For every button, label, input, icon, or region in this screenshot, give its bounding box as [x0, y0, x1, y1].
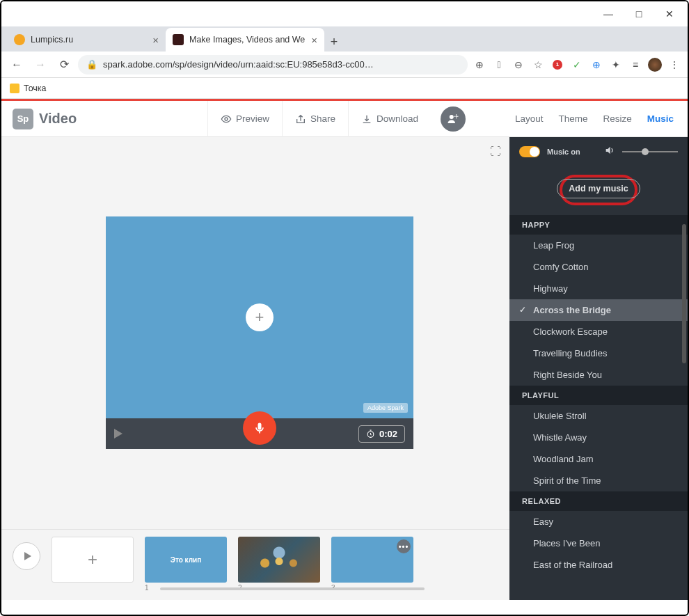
music-toggle[interactable]: [519, 146, 540, 157]
track-item[interactable]: Across the Bridge: [509, 299, 688, 321]
app-logo-badge: Sp: [13, 109, 33, 129]
tab-title: Make Images, Videos and Web S: [189, 35, 306, 45]
watermark: Adobe Spark: [363, 403, 408, 413]
ext-check-icon[interactable]: ✓: [569, 57, 585, 72]
slide-thumb-2[interactable]: [238, 537, 320, 583]
track-item[interactable]: East of the Railroad: [509, 554, 688, 576]
svg-point-0: [225, 118, 228, 120]
ext-globe-icon[interactable]: ⊕: [589, 57, 604, 72]
new-tab-button[interactable]: +: [324, 32, 344, 52]
volume-icon[interactable]: [604, 145, 615, 159]
track-item[interactable]: Clockwork Escape: [509, 321, 688, 342]
category-playful: PLAYFUL: [509, 386, 688, 405]
folder-icon: [10, 84, 19, 93]
music-on-label: Music on: [547, 148, 580, 156]
app-logo-text: Video: [39, 111, 77, 127]
track-item[interactable]: Easy: [509, 511, 688, 532]
close-icon[interactable]: ×: [311, 34, 317, 46]
music-panel: Music on Add my music HAPPY Leap Frog Co…: [509, 137, 688, 600]
download-button[interactable]: Download: [348, 101, 431, 137]
window-close[interactable]: ✕: [654, 1, 685, 26]
track-item[interactable]: Right Beside You: [509, 364, 688, 386]
svg-point-2: [455, 116, 457, 117]
video-preview: + Adobe Spark 0:02: [106, 216, 413, 449]
track-item[interactable]: Leap Frog: [509, 235, 688, 256]
canvas-area: ⛶ + Adobe Spark 0:02: [1, 137, 509, 600]
record-mic-button[interactable]: [243, 411, 276, 445]
video-frame[interactable]: + Adobe Spark: [106, 216, 413, 418]
timeline: + Это клип 1 2 ••• 3: [1, 529, 509, 592]
window-minimize[interactable]: —: [593, 1, 624, 26]
volume-slider[interactable]: [622, 151, 678, 152]
track-item[interactable]: Highway: [509, 278, 688, 299]
lock-icon: 🔒: [86, 59, 97, 70]
browser-tabbar: Lumpics.ru × Make Images, Videos and Web…: [1, 26, 688, 52]
translate-icon[interactable]: 🊐: [491, 57, 507, 72]
add-slide-button[interactable]: +: [52, 537, 134, 583]
slide-menu-icon[interactable]: •••: [397, 539, 411, 553]
reading-list-icon[interactable]: ≡: [628, 57, 643, 72]
tab-resize[interactable]: Resize: [603, 113, 631, 124]
track-item[interactable]: Whistle Away: [509, 427, 688, 448]
timeline-scrollbar[interactable]: [160, 587, 425, 590]
bookmarks-bar: Точка: [1, 78, 688, 99]
extensions-icon[interactable]: ✦: [608, 57, 624, 72]
address-bar: ← → ⟳ 🔒 spark.adobe.com/sp/design/video/…: [1, 52, 688, 78]
track-item[interactable]: Comfy Cotton: [509, 256, 688, 278]
category-relaxed: RELAXED: [509, 491, 688, 511]
play-icon[interactable]: [114, 429, 122, 439]
tab-theme[interactable]: Theme: [558, 113, 587, 124]
fullscreen-icon[interactable]: ⛶: [490, 145, 501, 158]
tab-layout[interactable]: Layout: [515, 113, 544, 124]
back-button[interactable]: ←: [7, 55, 26, 74]
favicon-lumpics: [14, 34, 25, 45]
profile-avatar[interactable]: [647, 57, 663, 72]
track-list[interactable]: HAPPY Leap Frog Comfy Cotton Highway Acr…: [509, 215, 688, 600]
close-icon[interactable]: ×: [152, 34, 159, 46]
menu-icon[interactable]: ⋮: [667, 57, 682, 72]
tab-lumpics[interactable]: Lumpics.ru ×: [7, 28, 166, 52]
zoom-icon[interactable]: ⊖: [511, 57, 526, 72]
track-item[interactable]: Travelling Buddies: [509, 342, 688, 364]
tab-spark[interactable]: Make Images, Videos and Web S ×: [166, 28, 324, 52]
install-icon[interactable]: ⊕: [472, 57, 487, 72]
video-controls: 0:02: [106, 418, 413, 449]
track-item[interactable]: Woodland Jam: [509, 448, 688, 470]
reload-button[interactable]: ⟳: [54, 55, 74, 74]
duration-badge[interactable]: 0:02: [358, 425, 405, 443]
tab-music[interactable]: Music: [647, 113, 674, 124]
add-content-button[interactable]: +: [246, 303, 274, 331]
add-my-music-button[interactable]: Add my music: [557, 179, 640, 198]
window-maximize[interactable]: □: [624, 1, 654, 26]
track-item[interactable]: Places I've Been: [509, 532, 688, 554]
forward-button[interactable]: →: [31, 55, 50, 74]
panel-scrollbar[interactable]: [682, 224, 686, 363]
ext-badge-icon[interactable]: 1: [550, 57, 565, 72]
favicon-spark: [173, 34, 184, 45]
track-item[interactable]: Ukulele Stroll: [509, 405, 688, 427]
invite-button[interactable]: [441, 106, 466, 132]
slide-thumb-1[interactable]: Это клип: [145, 537, 227, 583]
timeline-play-button[interactable]: [13, 542, 40, 570]
share-button[interactable]: Share: [282, 101, 348, 137]
preview-button[interactable]: Preview: [207, 101, 282, 137]
star-icon[interactable]: ☆: [530, 57, 546, 72]
app-header: Sp Video Preview Share Download Layout T…: [1, 101, 688, 137]
url-field[interactable]: 🔒 spark.adobe.com/sp/design/video/urn:aa…: [78, 55, 468, 74]
slide-thumb-3[interactable]: •••: [331, 537, 413, 583]
category-happy: HAPPY: [509, 215, 688, 235]
svg-point-1: [450, 115, 454, 119]
url-text: spark.adobe.com/sp/design/video/urn:aaid…: [103, 59, 374, 70]
svg-rect-3: [258, 423, 262, 430]
tab-title: Lumpics.ru: [31, 35, 73, 45]
bookmark-item[interactable]: Точка: [24, 84, 47, 93]
track-item[interactable]: Spirit of the Time: [509, 470, 688, 491]
